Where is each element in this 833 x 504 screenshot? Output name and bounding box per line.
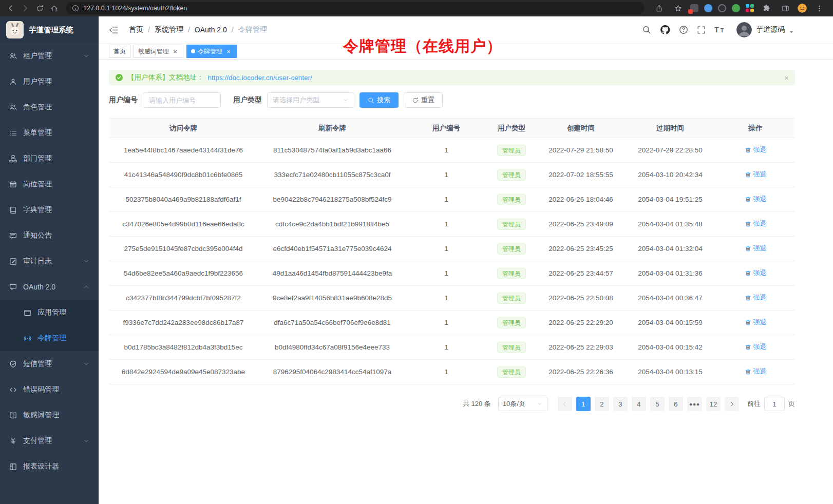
breadcrumb-item[interactable]: OAuth 2.0	[195, 26, 227, 34]
sidebar-item-menu[interactable]: 菜单管理	[0, 120, 99, 146]
column-header: 操作	[716, 119, 795, 138]
github-icon[interactable]	[660, 25, 670, 35]
force-logout-button[interactable]: 强退	[745, 342, 767, 352]
sidebar-item-post[interactable]: 岗位管理	[0, 171, 99, 197]
reset-button[interactable]: 重置	[404, 92, 443, 108]
sidebar-item-role[interactable]: 角色管理	[0, 94, 99, 120]
more-pages-button[interactable]: ●●●	[687, 397, 702, 411]
sidebar-item-oauth2[interactable]: OAuth 2.0	[0, 274, 99, 300]
chevron-up-icon	[83, 284, 89, 290]
sidebar-item-sensitive-word[interactable]: 敏感词管理	[0, 402, 99, 428]
force-logout-button[interactable]: 强退	[745, 244, 767, 253]
fullscreen-icon[interactable]	[697, 26, 706, 34]
font-size-icon[interactable]: TT	[714, 26, 726, 34]
force-logout-button[interactable]: 强退	[745, 195, 767, 204]
page-button[interactable]: 3	[613, 397, 628, 411]
sidebar-item-oauth2-app[interactable]: 应用管理	[0, 300, 99, 325]
chevron-down-icon	[83, 258, 89, 264]
share-icon[interactable]	[652, 2, 666, 14]
browser-toolbar-icons	[649, 2, 829, 14]
refresh-token-cell: be90422b8c7946218275a508bf524fc9	[258, 187, 407, 212]
goto-page-input[interactable]	[764, 397, 785, 411]
extension-colorful-icon[interactable]	[746, 4, 754, 12]
side-panel-icon[interactable]	[779, 2, 792, 14]
expire-time-cell: 2054-03-04 01:31:36	[624, 261, 716, 286]
info-icon[interactable]	[72, 5, 79, 12]
extension-blue-icon[interactable]	[704, 4, 712, 12]
back-icon[interactable]	[4, 2, 17, 14]
sidebar-item-error-code[interactable]: 错误码管理	[0, 377, 99, 402]
broadcast-icon	[24, 335, 31, 342]
sidebar-item-dept[interactable]: 部门管理	[0, 146, 99, 171]
user-id-cell: 1	[407, 187, 486, 212]
table-row: c342377bf8b344799dcbf7bf095287f29ce8ef2a…	[109, 286, 795, 311]
extension-green-icon[interactable]	[732, 4, 740, 12]
reload-icon[interactable]	[33, 2, 46, 14]
page-button[interactable]: 1	[576, 397, 591, 411]
user-id-cell: 1	[407, 138, 486, 163]
force-logout-button[interactable]: 强退	[745, 293, 767, 302]
tag-item[interactable]: 首页	[109, 45, 130, 58]
breadcrumb-item[interactable]: 系统管理	[155, 25, 183, 34]
tag-item[interactable]: 令牌管理×	[186, 45, 237, 58]
search-button[interactable]: 搜索	[359, 92, 399, 108]
url-bar[interactable]: 127.0.0.1:1024/system/oauth2/token	[66, 2, 644, 14]
force-logout-button[interactable]: 强退	[745, 268, 767, 278]
banner-close-icon[interactable]: ×	[784, 74, 789, 82]
page-button[interactable]: 5	[650, 397, 665, 411]
browser-menu-icon[interactable]	[812, 2, 826, 14]
tag-item[interactable]: 敏感词管理×	[134, 45, 183, 58]
forward-icon[interactable]	[18, 2, 32, 14]
close-icon[interactable]: ×	[225, 48, 232, 55]
extension-dark-icon[interactable]	[718, 4, 726, 12]
chevron-down-icon	[83, 438, 89, 444]
page-button[interactable]: 2	[595, 397, 609, 411]
search-icon[interactable]	[642, 25, 651, 34]
banner-link[interactable]: https://doc.iocoder.cn/user-center/	[208, 74, 312, 82]
user-type-select[interactable]: 请选择用户类型	[267, 92, 354, 108]
delete-icon	[745, 270, 751, 277]
user-id-input[interactable]	[143, 92, 221, 108]
extensions-puzzle-icon[interactable]	[760, 2, 773, 14]
column-header: 创建时间	[537, 119, 624, 138]
force-logout-button[interactable]: 强退	[745, 145, 767, 154]
close-icon[interactable]: ×	[172, 48, 179, 55]
page-button[interactable]: 4	[632, 397, 646, 411]
home-icon[interactable]	[47, 2, 61, 14]
sidebar-item-user[interactable]: 用户管理	[0, 69, 99, 94]
force-logout-button[interactable]: 强退	[745, 318, 767, 327]
prev-page-button[interactable]	[558, 397, 572, 411]
sidebar-item-pay[interactable]: 支付管理	[0, 428, 99, 454]
user-type-badge: 管理员	[497, 293, 526, 304]
app-logo[interactable]: 芋道管理系统	[0, 16, 99, 43]
sidebar-item-report-designer[interactable]: 报表设计器	[0, 454, 99, 479]
sidebar-item-tenant[interactable]: 租户管理	[0, 43, 99, 69]
force-logout-button[interactable]: 强退	[745, 170, 767, 179]
user-type-badge: 管理员	[497, 366, 526, 378]
browser-profile-avatar[interactable]	[798, 4, 807, 13]
user-type-label: 用户类型	[233, 95, 262, 105]
help-icon[interactable]	[679, 25, 688, 34]
expire-time-cell: 2054-03-04 00:13:15	[624, 360, 716, 384]
sidebar-item-audit-log[interactable]: 审计日志	[0, 248, 99, 274]
extension-grid-icon[interactable]	[690, 4, 698, 12]
success-check-icon	[115, 73, 123, 82]
report-icon	[9, 463, 17, 471]
user-menu[interactable]: 芋道源码	[736, 22, 794, 37]
page-size-select[interactable]: 10条/页	[498, 397, 547, 411]
refresh-token-cell: e6cfd40eb1f54571a31e775e039c4624	[258, 237, 407, 261]
bookmark-star-icon[interactable]	[671, 2, 685, 14]
collapse-menu-icon[interactable]	[106, 25, 122, 35]
sidebar-item-dict[interactable]: 字典管理	[0, 197, 99, 223]
force-logout-button[interactable]: 强退	[745, 367, 767, 376]
next-page-button[interactable]	[725, 397, 739, 411]
force-logout-button[interactable]: 强退	[745, 219, 767, 228]
sidebar-item-notice[interactable]: 通知公告	[0, 223, 99, 248]
sidebar-item-sms[interactable]: 短信管理	[0, 351, 99, 377]
goto-suffix: 页	[788, 399, 795, 409]
page-button[interactable]: 12	[706, 397, 721, 411]
force-logout-label: 强退	[753, 195, 767, 204]
sidebar-item-oauth2-token[interactable]: 令牌管理	[0, 325, 99, 351]
breadcrumb-item[interactable]: 首页	[129, 25, 143, 34]
page-button[interactable]: 6	[669, 397, 683, 411]
